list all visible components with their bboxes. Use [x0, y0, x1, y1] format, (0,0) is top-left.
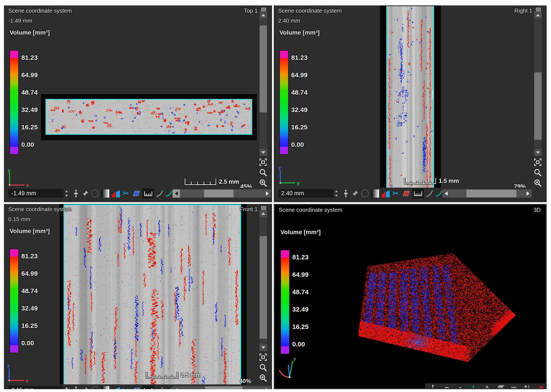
- slice-slider-icon[interactable]: [72, 189, 80, 198]
- measure-spline-icon[interactable]: [165, 385, 173, 389]
- region-ellipse-icon[interactable]: [91, 189, 100, 198]
- fit-view-icon[interactable]: [258, 158, 268, 167]
- scroll-right-button[interactable]: [524, 189, 532, 198]
- scale-bar-label: 1.5 mm: [439, 178, 459, 184]
- scroll-up-button[interactable]: [259, 12, 267, 19]
- slice-step-spinner-icon[interactable]: [63, 189, 71, 198]
- region-ellipse-icon[interactable]: [361, 189, 369, 198]
- horizontal-scrollbar[interactable]: [172, 189, 271, 198]
- zoom-tool-icon[interactable]: [533, 168, 542, 177]
- legend-tick: 64.99: [291, 71, 308, 79]
- legend-tick: 48.74: [292, 288, 308, 296]
- legend-title: Volume [mm³]: [279, 29, 320, 36]
- scrollbar-thumb[interactable]: [260, 25, 267, 112]
- clip-scissors-icon[interactable]: ✂: [392, 189, 400, 198]
- measure-arc-icon[interactable]: [156, 385, 164, 389]
- fit-view-icon[interactable]: [258, 353, 268, 362]
- slice-position-input[interactable]: -1.49 mm: [8, 189, 64, 198]
- view-toolbar-3d: A: [425, 383, 546, 389]
- slice-step-spinner-icon[interactable]: [63, 385, 71, 389]
- scrollbar-thumb[interactable]: [534, 72, 542, 140]
- double-arrows-icon[interactable]: [523, 384, 531, 389]
- zoom-tool-icon[interactable]: [258, 363, 268, 372]
- slice-position-input[interactable]: 0.15 mm: [8, 386, 64, 389]
- axis-line-icon[interactable]: [469, 384, 477, 389]
- pin-view-icon[interactable]: [81, 385, 89, 389]
- scroll-right-button[interactable]: [264, 189, 271, 198]
- measure-ruler-icon[interactable]: [142, 189, 154, 198]
- measure-ruler-icon[interactable]: [142, 385, 154, 389]
- undo-view-icon[interactable]: [442, 384, 450, 389]
- slice-image[interactable]: [45, 99, 252, 135]
- histogram-icon[interactable]: [381, 189, 390, 198]
- clip-plane-icon[interactable]: [131, 189, 141, 198]
- legend-tick: 81.23: [21, 54, 38, 61]
- horizontal-scrollbar[interactable]: [172, 386, 271, 389]
- slice-image[interactable]: [64, 204, 241, 387]
- horizontal-scrollbar[interactable]: [442, 189, 532, 198]
- right-arrow-icon: [266, 191, 269, 196]
- legend-colorbar: [10, 249, 19, 353]
- red-trapezoid-icon[interactable]: [537, 384, 545, 389]
- legend-tick: 64.99: [21, 71, 38, 79]
- marker-icon[interactable]: A: [456, 384, 464, 389]
- axis-indicator: z y: [277, 167, 303, 185]
- scroll-up-button[interactable]: [534, 12, 542, 19]
- scroll-left-button[interactable]: [172, 386, 180, 389]
- scrollbar-thumb[interactable]: [466, 189, 516, 197]
- scrollbar-thumb[interactable]: [205, 386, 242, 389]
- slice-image[interactable]: [386, 6, 434, 190]
- measure-arc-icon[interactable]: [156, 189, 164, 198]
- measure-ruler-icon[interactable]: [412, 189, 424, 198]
- scroll-down-button[interactable]: [534, 149, 542, 156]
- gray-cube-icon[interactable]: [496, 384, 504, 389]
- scrollbar-thumb[interactable]: [204, 189, 234, 197]
- slice-position-input[interactable]: 2.40 mm: [278, 189, 333, 198]
- legend-tick: 48.74: [291, 89, 308, 96]
- vertical-scrollbar[interactable]: [259, 210, 267, 351]
- view-name-label: Top 1: [244, 8, 258, 14]
- scroll-down-button[interactable]: [259, 149, 267, 156]
- gray-value-ramp-icon[interactable]: [101, 189, 110, 198]
- scroll-left-button[interactable]: [442, 189, 450, 198]
- scroll-right-button[interactable]: [264, 386, 271, 389]
- navigation-icon[interactable]: [429, 384, 437, 389]
- pin-view-icon[interactable]: [81, 189, 89, 198]
- vertical-scrollbar[interactable]: [259, 12, 267, 156]
- clip-plane-icon[interactable]: [131, 385, 141, 389]
- clip-plane-icon[interactable]: [401, 189, 411, 198]
- scale-ruler-icon: [146, 371, 179, 379]
- fit-view-icon[interactable]: [533, 158, 542, 167]
- measure-spline-icon[interactable]: [165, 189, 173, 198]
- slice-slider-icon[interactable]: [342, 189, 350, 198]
- clip-scissors-icon[interactable]: ✂: [122, 385, 130, 389]
- pin-view-icon[interactable]: [351, 189, 359, 198]
- view-toolbar: -1.49 mm ✂: [4, 188, 272, 199]
- scroll-down-button[interactable]: [259, 344, 267, 351]
- scroll-left-button[interactable]: [172, 189, 180, 198]
- region-ellipse-icon[interactable]: [91, 385, 100, 389]
- prism-icon[interactable]: [483, 384, 491, 389]
- histogram-icon[interactable]: [111, 385, 120, 389]
- measure-arc-icon[interactable]: [425, 189, 433, 198]
- measure-spline-icon[interactable]: [435, 189, 443, 198]
- vertical-scrollbar[interactable]: [534, 12, 542, 156]
- view-toolbar: 2.40 mm ✂: [274, 188, 547, 199]
- red-cube-icon[interactable]: [510, 384, 518, 389]
- slice-slider-icon[interactable]: [72, 385, 80, 389]
- scrollbar-thumb[interactable]: [260, 236, 267, 339]
- zoom-in-icon[interactable]: [533, 178, 542, 188]
- gray-value-ramp-icon[interactable]: [371, 189, 379, 198]
- zoom-tool-icon[interactable]: [258, 168, 268, 177]
- down-arrow-icon: [261, 346, 265, 349]
- legend-tick: 32.49: [21, 106, 38, 113]
- clip-scissors-icon[interactable]: ✂: [122, 189, 130, 198]
- histogram-icon[interactable]: [111, 189, 120, 198]
- scroll-up-button[interactable]: [259, 210, 267, 217]
- gray-value-ramp-icon[interactable]: [101, 385, 110, 389]
- slice-step-spinner-icon[interactable]: [333, 189, 340, 198]
- zoom-in-icon[interactable]: [258, 373, 268, 383]
- zoom-in-icon[interactable]: [258, 178, 268, 188]
- view-name-label: 3D: [534, 207, 541, 213]
- legend-title: Volume [mm³]: [10, 29, 50, 36]
